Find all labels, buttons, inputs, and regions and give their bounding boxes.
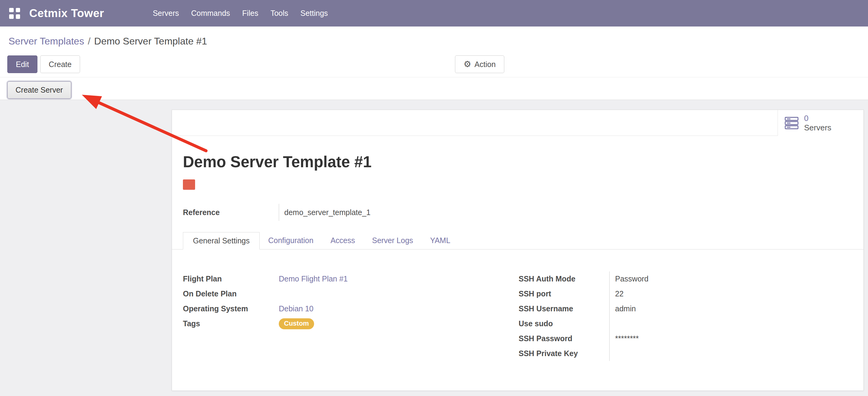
stat-count: 0 [804,114,832,123]
field-value-ssh-auth-mode: Password [615,272,737,286]
field-label-ssh-username: SSH Username [519,301,615,316]
reference-value: demo_server_template_1 [279,204,371,221]
field-group-left: Flight Plan Demo Flight Plan #1 On Delet… [183,272,519,361]
tag-badge-custom: Custom [279,318,314,329]
edit-button[interactable]: Edit [7,55,37,73]
create-server-button[interactable]: Create Server [7,81,71,99]
color-swatch[interactable] [183,179,195,190]
content-area: 0 Servers Demo Server Template #1 Refere… [0,100,868,396]
apps-grid-icon[interactable] [9,8,20,19]
apps-grid-square [9,14,14,19]
field-label-tags: Tags [183,319,279,328]
field-row-tags: Tags Custom [183,316,519,331]
tab-configuration[interactable]: Configuration [259,232,322,249]
field-row-flight-plan: Flight Plan Demo Flight Plan #1 [183,272,519,286]
field-label-ssh-password: SSH Password [519,331,615,346]
field-label-flight-plan: Flight Plan [183,275,279,283]
field-label-on-delete-plan: On Delete Plan [183,289,279,298]
server-actions-bar: Create Server [0,77,868,100]
menu-item-servers[interactable]: Servers [147,4,185,23]
control-panel: Server Templates/Demo Server Template #1… [0,27,868,73]
field-label-ssh-private-key: SSH Private Key [519,346,615,361]
tab-general-settings[interactable]: General Settings [183,232,259,250]
control-panel-buttons: Edit Create ⚙ Action [7,55,868,73]
action-button-label: Action [474,60,495,69]
field-value-flight-plan[interactable]: Demo Flight Plan #1 [279,275,348,283]
record-title: Demo Server Template #1 [183,153,863,171]
field-label-ssh-auth-mode: SSH Auth Mode [519,272,615,286]
app-brand: Cetmix Tower [29,7,104,20]
field-value-ssh-password: ******** [615,331,737,346]
menu-item-files[interactable]: Files [236,4,265,23]
right-field-values: Password 22 admin ******** [609,272,737,361]
stat-label: Servers [804,123,832,133]
reference-field-row: Reference demo_server_template_1 [183,204,863,221]
field-value-tags: Custom [279,318,314,329]
breadcrumb-current: Demo Server Template #1 [94,36,207,47]
breadcrumb-parent-link[interactable]: Server Templates [8,36,84,47]
notebook-tabs: General Settings Configuration Access Se… [172,232,863,250]
main-menu: Servers Commands Files Tools Settings [147,4,334,23]
stat-text: 0 Servers [804,114,832,133]
action-button[interactable]: ⚙ Action [455,55,504,73]
field-row-operating-system: Operating System Debian 10 [183,301,519,316]
breadcrumb-separator: / [84,36,94,47]
apps-grid-square [16,8,21,12]
field-label-operating-system: Operating System [183,304,279,313]
tab-yaml[interactable]: YAML [422,232,459,249]
field-value-ssh-username: admin [615,301,737,316]
top-navbar: Cetmix Tower Servers Commands Files Tool… [0,0,868,27]
servers-icon [785,117,799,130]
field-row-on-delete-plan: On Delete Plan [183,286,519,301]
tab-access[interactable]: Access [322,232,364,249]
field-value-ssh-private-key [615,346,737,361]
menu-item-settings[interactable]: Settings [294,4,334,23]
menu-item-commands[interactable]: Commands [185,4,236,23]
tab-server-logs[interactable]: Server Logs [364,232,422,249]
sheet-header-strip: 0 Servers [172,110,863,136]
field-value-operating-system[interactable]: Debian 10 [279,304,313,313]
field-group-right: SSH Auth Mode SSH port SSH Username Use … [519,272,737,361]
breadcrumb: Server Templates/Demo Server Template #1 [0,35,868,47]
servers-stat-button[interactable]: 0 Servers [778,110,863,136]
apps-grid-square [16,14,21,19]
form-sheet: 0 Servers Demo Server Template #1 Refere… [172,110,864,391]
gear-icon: ⚙ [464,60,471,68]
field-value-use-sudo [615,316,737,331]
menu-item-tools[interactable]: Tools [265,4,294,23]
right-field-labels: SSH Auth Mode SSH port SSH Username Use … [519,272,609,361]
field-label-use-sudo: Use sudo [519,316,615,331]
create-button[interactable]: Create [40,55,80,73]
field-value-ssh-port: 22 [615,286,737,301]
field-label-ssh-port: SSH port [519,286,615,301]
reference-label: Reference [183,204,279,221]
apps-grid-square [9,8,14,12]
field-groups: Flight Plan Demo Flight Plan #1 On Delet… [172,272,863,361]
